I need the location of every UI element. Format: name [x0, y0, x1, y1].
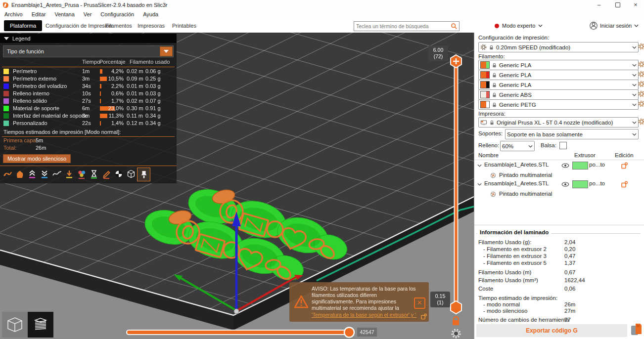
menu-ventana[interactable]: Ventana — [50, 10, 79, 19]
tab-plataforma[interactable]: Plataforma — [4, 20, 42, 31]
extruder-tool-icon[interactable] — [137, 168, 150, 181]
extruder-color-swatch[interactable] — [572, 180, 588, 188]
search-icon[interactable] — [451, 23, 458, 30]
expand-chevron-icon[interactable] — [477, 183, 482, 186]
object-row[interactable]: Ensamblaje1_Aretes.STL po...to — [474, 179, 644, 189]
view-type-dropdown[interactable]: Tipo de función — [3, 45, 174, 57]
move-slider-handle[interactable] — [344, 328, 354, 338]
supports-combo[interactable]: Soporte en la base solamente — [505, 129, 639, 139]
layer-slider-bottom-handle[interactable] — [451, 301, 461, 314]
custom-gcode-icon[interactable] — [100, 168, 112, 180]
chevron-down-icon — [632, 46, 637, 49]
toast-close-button[interactable]: ✕ — [414, 297, 425, 309]
eye-visible-icon[interactable] — [561, 163, 569, 168]
filament-combo-1[interactable]: Generic PLA — [478, 60, 639, 70]
cube-3d-icon — [5, 315, 24, 334]
edit-filament-gear-icon[interactable] — [638, 90, 644, 97]
layer-bottom-height: 0.15 — [435, 293, 446, 299]
head-moves-down-icon[interactable] — [38, 168, 50, 180]
preview-view-button[interactable] — [28, 312, 53, 338]
filament-combo-3[interactable]: Generic PLA — [478, 80, 639, 90]
edit-filament-gear-icon[interactable] — [638, 100, 644, 107]
edit-preset-gear-icon[interactable] — [638, 43, 644, 50]
export-sd-card-icon[interactable] — [631, 322, 644, 337]
edit-filament-gear-icon[interactable] — [638, 71, 644, 78]
center-of-gravity-icon[interactable] — [112, 168, 125, 180]
printer-combo[interactable]: Original Prusa XL - 5T 0.4 nozzle (modif… — [478, 117, 639, 127]
warning-settings-link[interactable]: 'Temperatura de la base según el extruso… — [312, 312, 416, 318]
chevron-down-icon — [632, 74, 637, 77]
menu-editar[interactable]: Editar — [27, 10, 50, 19]
seams-icon[interactable] — [1, 168, 13, 180]
title-bar: Ensamblaje1_Aretes_Prusa - PrusaSlicer-2… — [0, 0, 644, 10]
raft-checkbox[interactable] — [559, 142, 567, 149]
viewport-3d[interactable]: 6.00 (72) 0.15 (1) 42547 — [0, 33, 474, 339]
supports-value: Soporte en la base solamente — [507, 131, 630, 137]
total-time-row: Total: 26m — [0, 145, 177, 152]
filament-combo-5[interactable]: Generic PETG — [478, 99, 639, 110]
pause-prints-icon[interactable] — [88, 168, 100, 180]
color-print-hand-icon[interactable] — [13, 168, 26, 180]
editor-view-button[interactable] — [2, 312, 28, 338]
lock-icon — [492, 62, 497, 68]
search-box[interactable] — [354, 21, 460, 31]
menu-ver[interactable]: Ver — [79, 10, 96, 19]
menu-ayuda[interactable]: Ayuda — [138, 10, 163, 19]
search-input[interactable] — [354, 23, 451, 29]
menu-archivo[interactable]: Archivo — [0, 10, 27, 19]
show-silent-mode-button[interactable]: Mostrar modo silencioso — [3, 154, 71, 163]
travel-moves-icon[interactable] — [50, 168, 63, 180]
login-control[interactable]: Iniciar sesión — [590, 19, 639, 33]
view-type-dropdown-button[interactable] — [160, 46, 173, 56]
maximize-button[interactable] — [610, 0, 625, 10]
legend-panel: Legend Tipo de función Tiempo Porcentaje… — [0, 34, 177, 183]
edit-filament-gear-icon[interactable] — [638, 61, 644, 68]
object-name: Ensamblaje1_Aretes.STL — [484, 180, 549, 186]
object-settings-icon[interactable] — [621, 181, 628, 188]
edit-printer-gear-icon[interactable] — [638, 118, 644, 125]
minimize-button[interactable]: – — [592, 0, 606, 10]
mode-selector[interactable]: Modo experto — [495, 19, 543, 33]
export-gcode-button[interactable]: Exportar código G — [476, 324, 627, 337]
legend-header[interactable]: Legend — [0, 34, 177, 43]
color-changes-icon[interactable] — [75, 168, 88, 180]
copy-icon[interactable] — [420, 313, 427, 320]
printer-preset-value: Original Prusa XL - 5T 0.4 nozzle (modif… — [497, 120, 630, 126]
menu-configuracion[interactable]: Configuración — [96, 10, 138, 19]
object-subrow-mmpaint[interactable]: Pintado multimaterial — [474, 171, 644, 179]
tab-configuracion-impresion[interactable]: Configuración de Impresión — [46, 19, 112, 33]
print-settings-gear-icon — [480, 44, 487, 50]
eye-visible-icon[interactable] — [561, 182, 569, 187]
info-row: - modo silencioso27m — [483, 308, 644, 314]
print-settings-combo[interactable]: 0.20mm SPEED (modificado) — [478, 42, 639, 52]
extruder-color-swatch[interactable] — [572, 162, 588, 170]
close-button[interactable]: × — [628, 0, 643, 10]
prusaslicer-window: { "window": { "title": "Ensamblaje1_Aret… — [0, 0, 644, 339]
filament-combo-2[interactable]: Generic PLA — [478, 70, 639, 80]
filament-color-swatch — [480, 101, 490, 108]
tab-filamentos[interactable]: Filamentos — [105, 19, 132, 33]
login-label: Iniciar sesión — [600, 23, 632, 29]
tab-impresoras[interactable]: Impresoras — [138, 19, 165, 33]
tab-printables[interactable]: Printables — [172, 19, 196, 33]
lock-icon — [492, 92, 497, 98]
infill-combo[interactable]: 60% — [500, 141, 535, 151]
view-type-value: Tipo de función — [7, 48, 44, 54]
object-settings-icon[interactable] — [621, 162, 628, 169]
shells-icon[interactable] — [125, 168, 137, 180]
warning-toast: AVISO: Las temperaturas de la base para … — [289, 282, 429, 322]
feature-color-swatch — [3, 91, 9, 96]
filament-combo-4[interactable]: Generic ABS — [478, 89, 639, 100]
retractions-icon[interactable] — [63, 168, 75, 180]
object-row[interactable]: Ensamblaje1_Aretes.STL po...to — [474, 161, 644, 170]
supports-label: Soportes: — [478, 130, 503, 136]
print-settings-label: Configuración de impresión: — [478, 35, 549, 41]
collapse-caret-icon[interactable] — [4, 37, 9, 40]
object-subrow-mmpaint[interactable]: Pintado multimaterial — [474, 190, 644, 198]
head-moves-up-icon[interactable] — [26, 168, 38, 180]
legend-row: Relleno sólido27s1,7%0.02 m0.07 g — [0, 97, 177, 105]
prusaslicer-logo-icon — [3, 2, 8, 8]
expand-chevron-icon[interactable] — [477, 164, 482, 167]
first-layer-time-row: Primera capa: 5m — [0, 137, 177, 145]
edit-filament-gear-icon[interactable] — [638, 81, 644, 87]
